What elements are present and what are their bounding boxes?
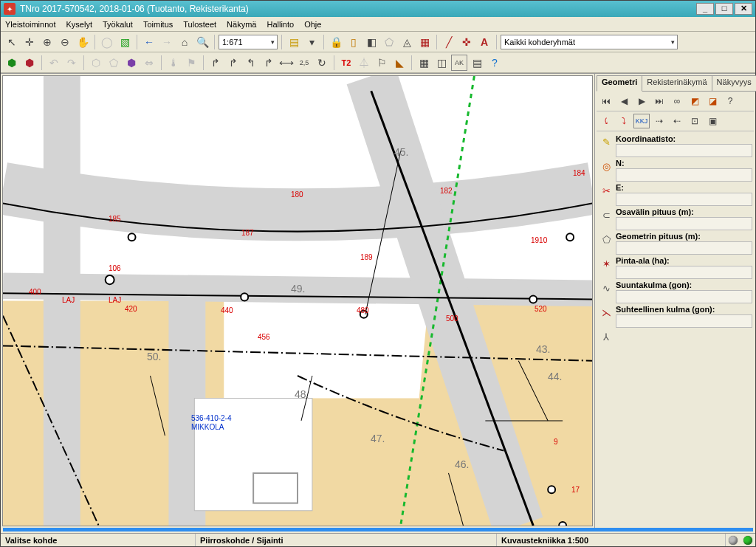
- label-koordinaatisto: Koordinaatisto:: [616, 134, 752, 143]
- panel1-icon[interactable]: ▦: [416, 55, 432, 71]
- arc1-icon[interactable]: ↱: [207, 55, 224, 71]
- snap2-icon[interactable]: ⤵: [616, 114, 632, 128]
- thermometer-icon[interactable]: 🌡: [165, 55, 182, 71]
- menu-toimitus[interactable]: Toimitus: [143, 20, 173, 29]
- refresh-icon[interactable]: ↻: [314, 55, 330, 71]
- relangle-icon: ⋋: [598, 305, 614, 320]
- hexagon-icon[interactable]: ⬡: [88, 55, 104, 71]
- nav-first-icon[interactable]: ⏮: [598, 94, 614, 109]
- t2-icon[interactable]: T2: [338, 55, 354, 71]
- target-group-select[interactable]: Kaikki kohderyhmät: [501, 35, 678, 49]
- input-pinta[interactable]: [616, 266, 752, 279]
- menu-ohje[interactable]: Ohje: [304, 20, 321, 29]
- pointer-icon[interactable]: ↖: [4, 34, 20, 50]
- zoom-out-icon[interactable]: ⊖: [57, 34, 73, 50]
- arc2-icon[interactable]: ↱: [225, 55, 241, 71]
- map-parcel-46: 46.: [455, 458, 469, 470]
- menu-nakyma[interactable]: Näkymä: [227, 20, 256, 29]
- doc-icon[interactable]: ▯: [346, 34, 362, 50]
- globe-icon[interactable]: ◯: [99, 34, 115, 50]
- input-suht[interactable]: [616, 314, 752, 328]
- lock-icon[interactable]: 🔒: [328, 34, 344, 50]
- nav-link-icon[interactable]: ∞: [669, 94, 685, 109]
- menu-tulosteet[interactable]: Tulosteet: [183, 20, 216, 29]
- target-icon[interactable]: ✜: [458, 34, 475, 50]
- area-icon: ✶: [598, 256, 614, 271]
- arc4-icon[interactable]: ↱: [261, 55, 277, 71]
- input-suunta[interactable]: [616, 290, 752, 303]
- separator: [436, 35, 437, 49]
- panel2-icon[interactable]: ◫: [433, 55, 450, 71]
- pentagon-icon[interactable]: ⬠: [106, 55, 122, 71]
- side-toolbar-nav: ⏮ ◀ ▶ ⏭ ∞ ◩ ◪ ?: [597, 92, 754, 111]
- forward-icon[interactable]: →: [159, 34, 175, 50]
- label-n: N:: [616, 159, 752, 168]
- home-icon[interactable]: ⌂: [176, 34, 193, 50]
- input-n[interactable]: [616, 168, 752, 182]
- status-center: Piirroskohde / Sijainti: [196, 534, 497, 546]
- layers-icon[interactable]: ▤: [286, 34, 302, 50]
- scale-select[interactable]: 1:671: [219, 35, 278, 49]
- map-canvas[interactable]: 45. 49. 50. 48. 47. 46. 43. 44. 180 182 …: [2, 75, 593, 526]
- snap6-icon[interactable]: ▣: [704, 114, 721, 128]
- zoom-in-icon[interactable]: ⊕: [39, 34, 55, 50]
- nav-next-icon[interactable]: ▶: [633, 94, 650, 109]
- input-e[interactable]: [616, 193, 752, 206]
- kkj-button[interactable]: KKJ: [633, 114, 650, 128]
- status-right: Kuvaustekniikka 1:500: [497, 534, 726, 546]
- ak-icon[interactable]: AK: [451, 55, 467, 71]
- tab-geometri[interactable]: Geometri: [597, 75, 642, 92]
- crosshair-icon[interactable]: ✛: [21, 34, 38, 50]
- tab-rekisterinakyma[interactable]: Rekisterinäkymä: [642, 75, 712, 92]
- cube-icon[interactable]: ⬠: [381, 34, 397, 50]
- tab-nakyvyys[interactable]: Näkyvyys: [712, 75, 756, 92]
- menu-tyokalut[interactable]: Työkalut: [103, 20, 133, 29]
- link-icon[interactable]: ⇔: [141, 55, 157, 71]
- flag2-icon[interactable]: ⚐: [374, 55, 390, 71]
- redo-icon[interactable]: ↷: [63, 55, 80, 71]
- poly-icon[interactable]: ◬: [399, 34, 415, 50]
- flag-icon[interactable]: ⚑: [183, 55, 199, 71]
- menu-kyselyt[interactable]: Kyselyt: [66, 20, 92, 29]
- layers-dropdown-icon[interactable]: ▾: [303, 34, 320, 50]
- nav-help-icon[interactable]: ?: [722, 94, 738, 109]
- page-icon[interactable]: ▧: [117, 34, 133, 50]
- cube-red-icon[interactable]: ⬢: [21, 55, 38, 71]
- input-osavali[interactable]: [616, 217, 752, 230]
- minimize-button[interactable]: _: [696, 3, 714, 15]
- input-koordinaatisto[interactable]: [616, 144, 752, 157]
- separator: [137, 35, 137, 49]
- tree-icon[interactable]: ⏃: [356, 55, 372, 71]
- close-button[interactable]: ✕: [735, 3, 752, 15]
- grid-icon[interactable]: ▦: [416, 34, 433, 50]
- pencil-icon: ✎: [598, 134, 614, 149]
- find-icon[interactable]: 🔍: [194, 34, 210, 50]
- brush-icon[interactable]: ◣: [391, 55, 408, 71]
- snap5-icon[interactable]: ⊡: [687, 114, 703, 128]
- pan-hand-icon[interactable]: ✋: [75, 34, 91, 50]
- dim-icon[interactable]: ⟷: [278, 55, 295, 71]
- ratio-icon[interactable]: 2,5: [296, 55, 312, 71]
- menu-yleistoiminnot[interactable]: Yleistoiminnot: [5, 20, 55, 29]
- nav-last-icon[interactable]: ⏭: [651, 94, 667, 109]
- nav-tool2-icon[interactable]: ◪: [704, 94, 721, 109]
- line-icon[interactable]: ╱: [441, 34, 457, 50]
- shapes-icon[interactable]: ◧: [363, 34, 379, 50]
- list-icon[interactable]: ▤: [469, 55, 485, 71]
- cube-green-icon[interactable]: ⬢: [4, 55, 20, 71]
- menu-hallinto[interactable]: Hallinto: [267, 20, 294, 29]
- snap4-icon[interactable]: ⇠: [669, 114, 685, 128]
- back-icon[interactable]: ←: [141, 34, 157, 50]
- nav-prev-icon[interactable]: ◀: [616, 94, 632, 109]
- undo-icon[interactable]: ↶: [46, 55, 62, 71]
- input-geom[interactable]: [616, 241, 752, 255]
- snap3-icon[interactable]: ⇢: [651, 114, 667, 128]
- maximize-button[interactable]: □: [715, 3, 733, 15]
- text-icon[interactable]: A: [476, 34, 492, 50]
- help-icon[interactable]: ?: [487, 55, 503, 71]
- snap1-icon[interactable]: ⤹: [598, 114, 614, 128]
- separator: [496, 35, 497, 49]
- arc3-icon[interactable]: ↰: [243, 55, 259, 71]
- nav-tool1-icon[interactable]: ◩: [687, 94, 703, 109]
- cube-purple-icon[interactable]: ⬢: [123, 55, 140, 71]
